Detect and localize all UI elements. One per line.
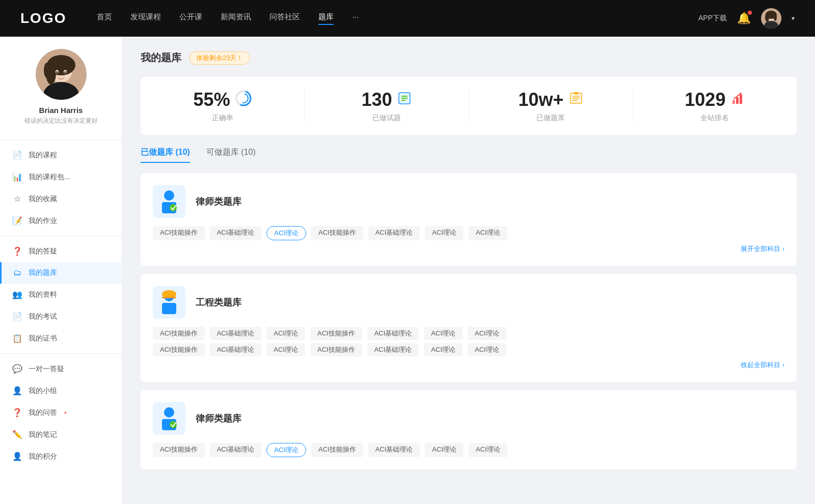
my-points-icon: 👤 bbox=[12, 452, 22, 461]
sidebar-item-my-group[interactable]: 👤 我的小组 bbox=[0, 380, 122, 402]
qbank-s2-r1-tag-0[interactable]: ACI技能操作 bbox=[153, 327, 205, 340]
qbank-section-3-tag-2[interactable]: ACI理论 bbox=[266, 443, 306, 457]
logo: LOGO bbox=[20, 10, 66, 26]
nav-qbank[interactable]: 题库 bbox=[318, 12, 334, 25]
sidebar-profile: Brian Harris 错误的决定比没有决定要好 bbox=[0, 49, 122, 135]
qbank-s2-r2-tag-3[interactable]: ACI技能操作 bbox=[310, 343, 362, 356]
qbank-section-1-tag-6[interactable]: ACI理论 bbox=[469, 226, 507, 240]
qbank-s2-r1-tag-5[interactable]: ACI理论 bbox=[424, 327, 463, 340]
qbank-section-3: 律师类题库 ACI技能操作 ACI基础理论 ACI理论 ACI技能操作 ACI基… bbox=[141, 390, 797, 469]
qbank-section-1-tag-4[interactable]: ACI基础理论 bbox=[368, 226, 420, 240]
qbank-section-1-tag-5[interactable]: ACI理论 bbox=[425, 226, 464, 240]
stat-rank-icon bbox=[730, 91, 745, 108]
qbank-section-3-tag-6[interactable]: ACI理论 bbox=[469, 443, 507, 457]
main-layout: Brian Harris 错误的决定比没有决定要好 📄 我的课程 📊 我的课程包… bbox=[0, 37, 815, 504]
tab-available-banks[interactable]: 可做题库 (10) bbox=[206, 147, 256, 163]
qbank-s2-r1-tag-2[interactable]: ACI理论 bbox=[266, 327, 305, 340]
svg-point-32 bbox=[164, 190, 174, 201]
qbank-section-1-header: 律师类题库 bbox=[153, 185, 784, 218]
nav-open-course[interactable]: 公开课 bbox=[179, 12, 202, 25]
qbank-s2-r2-tag-1[interactable]: ACI基础理论 bbox=[210, 343, 262, 356]
qbank-section-3-tag-5[interactable]: ACI理论 bbox=[425, 443, 464, 457]
sidebar-label-my-courses: 我的课程 bbox=[29, 151, 57, 160]
svg-point-4 bbox=[765, 13, 769, 22]
sidebar-item-my-notes[interactable]: ✏️ 我的笔记 bbox=[0, 424, 122, 445]
sidebar-item-my-answers[interactable]: ❓ 我的问答 ● bbox=[0, 402, 122, 424]
svg-rect-29 bbox=[736, 97, 739, 104]
qbank-s2-r2-tag-4[interactable]: ACI基础理论 bbox=[367, 343, 419, 356]
nav-right: APP下载 🔔 ▾ bbox=[698, 8, 795, 29]
qbank-s2-r1-tag-3[interactable]: ACI技能操作 bbox=[310, 327, 362, 340]
sidebar-item-one-on-one[interactable]: 💬 一对一答疑 bbox=[0, 358, 122, 380]
nav-news[interactable]: 新闻资讯 bbox=[221, 12, 251, 25]
sidebar-item-my-questions[interactable]: ❓ 我的答疑 bbox=[0, 240, 122, 262]
stat-done-banks-value: 10w+ bbox=[519, 89, 564, 110]
qbank-section-1-tag-0[interactable]: ACI技能操作 bbox=[153, 226, 205, 240]
svg-point-15 bbox=[64, 71, 66, 74]
qbank-section-2-collapse[interactable]: 收起全部科目 › bbox=[153, 360, 784, 370]
qbank-section-1-tag-3[interactable]: ACI技能操作 bbox=[311, 226, 363, 240]
tab-done-banks[interactable]: 已做题库 (10) bbox=[141, 147, 190, 163]
qbank-section-3-name: 律师类题库 bbox=[196, 412, 241, 425]
page-title: 我的题库 bbox=[141, 51, 181, 65]
nav-qa[interactable]: 问答社区 bbox=[269, 12, 300, 25]
stats-row: 55% 正确率 130 bbox=[141, 77, 797, 135]
stat-done-banks-top: 10w+ bbox=[519, 89, 583, 110]
profile-name: Brian Harris bbox=[39, 106, 83, 115]
page-header: 我的题库 体验剩余23天！ bbox=[141, 51, 797, 65]
nav-more[interactable]: ··· bbox=[352, 12, 359, 25]
qbank-section-3-tag-0[interactable]: ACI技能操作 bbox=[153, 443, 205, 457]
qbank-s2-r1-tag-1[interactable]: ACI基础理论 bbox=[210, 327, 262, 340]
svg-rect-36 bbox=[162, 303, 176, 314]
svg-point-14 bbox=[56, 71, 58, 74]
my-certs-icon: 📋 bbox=[12, 333, 22, 343]
stat-accuracy-value: 55% bbox=[194, 89, 230, 110]
sidebar-item-my-favorites[interactable]: ☆ 我的收藏 bbox=[0, 188, 122, 210]
qbank-s2-r2-tag-6[interactable]: ACI理论 bbox=[468, 343, 506, 356]
sidebar-divider-2 bbox=[0, 236, 122, 236]
sidebar-label-my-points: 我的积分 bbox=[29, 452, 57, 461]
qbank-section-3-header: 律师类题库 bbox=[153, 402, 784, 435]
stat-accuracy-top: 55% bbox=[194, 89, 252, 110]
qbank-section-1-icon bbox=[153, 185, 185, 218]
user-menu-chevron[interactable]: ▾ bbox=[792, 15, 795, 22]
stat-accuracy-icon bbox=[235, 90, 252, 109]
nav-discover[interactable]: 发现课程 bbox=[130, 12, 161, 25]
sidebar-item-my-homework[interactable]: 📝 我的作业 bbox=[0, 210, 122, 232]
user-avatar[interactable] bbox=[761, 8, 781, 29]
sidebar-label-my-questions: 我的答疑 bbox=[29, 247, 57, 256]
qbank-section-3-tag-3[interactable]: ACI技能操作 bbox=[311, 443, 363, 457]
sidebar-item-my-points[interactable]: 👤 我的积分 bbox=[0, 445, 122, 467]
my-courses-icon: 📄 bbox=[12, 150, 22, 160]
qbank-section-1-expand[interactable]: 展开全部科目 › bbox=[153, 244, 784, 254]
notification-bell[interactable]: 🔔 bbox=[737, 12, 751, 25]
sidebar-item-my-course-packs[interactable]: 📊 我的课程包... bbox=[0, 166, 122, 188]
nav-home[interactable]: 首页 bbox=[97, 12, 112, 25]
profile-motto: 错误的决定比没有决定要好 bbox=[24, 117, 98, 125]
qbank-section-1-tag-1[interactable]: ACI基础理论 bbox=[210, 226, 262, 240]
qbank-section-3-tag-1[interactable]: ACI基础理论 bbox=[210, 443, 262, 457]
sidebar-item-my-exams[interactable]: 📄 我的考试 bbox=[0, 305, 122, 327]
svg-point-5 bbox=[774, 14, 777, 21]
my-profile-icon: 👥 bbox=[12, 290, 22, 299]
sidebar-item-my-certs[interactable]: 📋 我的证书 bbox=[0, 327, 122, 349]
main-content: 我的题库 体验剩余23天！ 55% 正确率 bbox=[122, 37, 815, 504]
sidebar-item-my-courses[interactable]: 📄 我的课程 bbox=[0, 144, 122, 166]
qbank-s2-r2-tag-0[interactable]: ACI技能操作 bbox=[153, 343, 205, 356]
stat-rank-value: 1029 bbox=[685, 89, 725, 110]
qbank-section-2-header: 工程类题库 bbox=[153, 286, 784, 319]
stat-done-banks-icon bbox=[569, 91, 583, 108]
qbank-s2-r2-tag-5[interactable]: ACI理论 bbox=[424, 343, 463, 356]
stat-done-banks-label: 已做题库 bbox=[536, 114, 565, 123]
qbank-section-3-tag-4[interactable]: ACI基础理论 bbox=[368, 443, 420, 457]
qbank-section-1-tag-2[interactable]: ACI理论 bbox=[266, 226, 306, 240]
svg-point-40 bbox=[164, 407, 174, 417]
qbank-s2-r2-tag-2[interactable]: ACI理论 bbox=[266, 343, 305, 356]
app-download[interactable]: APP下载 bbox=[698, 14, 727, 23]
qbank-s2-r1-tag-4[interactable]: ACI基础理论 bbox=[367, 327, 419, 340]
sidebar-item-my-qbank[interactable]: 🗂 我的题库 bbox=[0, 262, 122, 284]
sidebar-item-my-profile[interactable]: 👥 我的资料 bbox=[0, 284, 122, 305]
tabs: 已做题库 (10) 可做题库 (10) bbox=[141, 147, 797, 163]
qbank-s2-r1-tag-6[interactable]: ACI理论 bbox=[468, 327, 506, 340]
svg-rect-39 bbox=[162, 297, 176, 298]
